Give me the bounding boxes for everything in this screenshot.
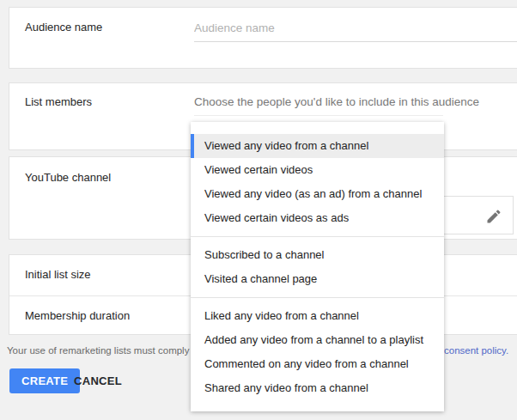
edit-pencil-icon[interactable]	[485, 208, 502, 225]
youtube-channel-label: YouTube channel	[25, 171, 111, 184]
dropdown-item-viewed-certain-videos-as-ads[interactable]: Viewed certain videos as ads	[191, 206, 444, 230]
dropdown-item-viewed-certain-videos[interactable]: Viewed certain videos	[191, 158, 444, 182]
list-members-label: List members	[25, 95, 92, 108]
dropdown-divider	[191, 297, 444, 298]
list-members-dropdown-menu: Viewed any video from a channel Viewed c…	[191, 122, 444, 411]
audience-name-label: Audience name	[25, 21, 102, 33]
dropdown-item-visited-channel-page[interactable]: Visited a channel page	[191, 267, 444, 291]
dropdown-item-liked[interactable]: Liked any video from a channel	[191, 304, 444, 328]
consent-policy-link[interactable]: consent policy.	[444, 345, 508, 356]
dropdown-item-viewed-any-video[interactable]: Viewed any video from a channel	[191, 134, 444, 158]
remarketing-disclaimer-text: Your use of remarketing lists must compl…	[7, 345, 201, 356]
list-members-select[interactable]: Choose the people you'd like to include …	[194, 95, 479, 108]
dropdown-item-commented[interactable]: Commented on any video from a channel	[191, 352, 444, 376]
create-audience-page: Audience name List members Choose the pe…	[0, 0, 517, 420]
membership-duration-label: Membership duration	[25, 309, 130, 322]
audience-name-card: Audience name	[9, 7, 517, 69]
dropdown-item-added-to-playlist[interactable]: Added any video from a channel to a play…	[191, 328, 444, 352]
dropdown-item-viewed-any-video-as-ad[interactable]: Viewed any video (as an ad) from a chann…	[191, 182, 444, 206]
dropdown-item-subscribed[interactable]: Subscribed to a channel	[191, 243, 444, 267]
list-members-underline	[194, 115, 443, 116]
audience-name-input[interactable]	[194, 15, 517, 42]
cancel-button[interactable]: CANCEL	[69, 368, 127, 393]
initial-list-size-label: Initial list size	[25, 268, 91, 281]
dropdown-item-shared[interactable]: Shared any video from a channel	[191, 376, 444, 400]
dropdown-divider	[191, 236, 444, 237]
